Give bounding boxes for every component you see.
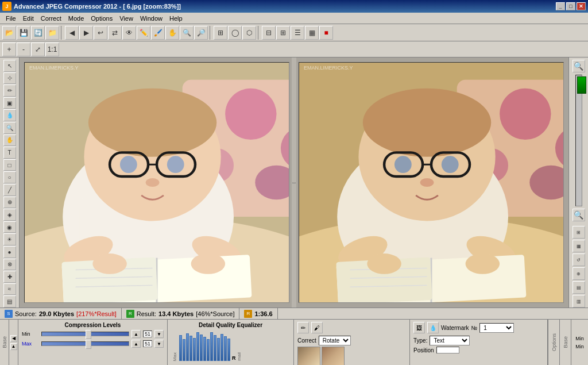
watermark-type-select[interactable]: Text — [430, 336, 470, 345]
tool-blur[interactable]: ◉ — [3, 221, 16, 233]
tool-dodge[interactable]: ☀ — [3, 233, 16, 245]
zoom-in-button[interactable]: + — [2, 43, 16, 56]
tool-pen[interactable]: ✏ — [3, 84, 16, 97]
slider-min-up[interactable]: ▲ — [131, 330, 141, 338]
zoom2-button[interactable]: 🔎 — [194, 26, 208, 40]
open-button[interactable]: 📂 — [2, 26, 16, 40]
split-v-button[interactable]: ⊟ — [262, 26, 276, 40]
slider-max-track[interactable] — [41, 341, 129, 346]
tool-clone[interactable]: ⊗ — [3, 259, 16, 271]
tool-r6[interactable]: ▥ — [572, 295, 585, 308]
tool-gradient[interactable]: ▤ — [3, 295, 16, 308]
thumb-2[interactable] — [322, 347, 345, 365]
eye-button[interactable]: 👁 — [122, 26, 136, 40]
eq-bar-13[interactable] — [220, 334, 223, 361]
tool-r5[interactable]: ▤ — [572, 281, 585, 294]
zoom-out-right[interactable]: 🔍 — [572, 209, 585, 221]
tool-heal[interactable]: ✚ — [3, 271, 16, 283]
zoom-out-button[interactable]: - — [17, 43, 30, 56]
slider-max-thumb[interactable] — [86, 340, 91, 349]
tool-r4[interactable]: ⊕ — [572, 267, 585, 280]
fit-button[interactable]: ⤢ — [31, 43, 45, 56]
eq-bar-2[interactable] — [183, 339, 185, 361]
tool-burn[interactable]: ● — [3, 246, 16, 258]
actual-size-button[interactable]: 1:1 — [45, 43, 59, 56]
slider-max-up[interactable]: ▲ — [131, 340, 141, 348]
eq-bar-14[interactable] — [224, 336, 227, 361]
next-button[interactable]: ▶ — [79, 26, 93, 40]
eq-bar-9[interactable] — [207, 339, 210, 361]
layout-button[interactable]: ▦ — [305, 26, 319, 40]
correct-tool-btn[interactable]: ✏ — [297, 322, 309, 333]
tool-rect[interactable]: □ — [3, 159, 16, 171]
refresh-button[interactable]: 🔄 — [31, 26, 45, 40]
menu-help[interactable]: Help — [166, 14, 186, 23]
menu-view[interactable]: View — [116, 14, 137, 23]
tool-eyedrop[interactable]: 💧 — [3, 109, 16, 121]
slider-min-down[interactable]: ▼ — [154, 330, 164, 338]
tool-r2[interactable]: ▦ — [572, 240, 585, 252]
folder-button[interactable]: 📁 — [45, 26, 59, 40]
correct-rotate-select[interactable]: Rotate — [319, 336, 351, 345]
watermark-icon1[interactable]: 🖼 — [413, 322, 425, 333]
flip-button[interactable]: ⇄ — [108, 26, 122, 40]
tool-warp[interactable]: ≈ — [3, 283, 16, 295]
eq-bar-5[interactable] — [193, 338, 196, 361]
tool-select[interactable]: ↖ — [3, 60, 16, 72]
eq-bar-7[interactable] — [200, 335, 203, 361]
tool-crop[interactable]: ⊹ — [3, 72, 16, 84]
rotate-button[interactable]: ↩ — [94, 26, 107, 40]
tool-bucket[interactable]: ▣ — [3, 97, 16, 109]
tool-ellipse[interactable]: ○ — [3, 171, 16, 183]
slider-min-track[interactable] — [41, 332, 129, 336]
edit-button[interactable]: ✏️ — [137, 26, 150, 40]
tool-sharpen[interactable]: ◈ — [3, 209, 16, 221]
prev-button[interactable]: ◀ — [65, 26, 79, 40]
columns-button[interactable]: ☰ — [291, 26, 304, 40]
close-button[interactable]: ✕ — [577, 2, 586, 10]
menu-options[interactable]: Options — [87, 14, 116, 23]
eq-bar-12[interactable] — [217, 338, 220, 361]
menu-correct[interactable]: Correct — [37, 14, 65, 23]
maximize-button[interactable]: □ — [566, 2, 575, 10]
split-h-button[interactable]: ⊞ — [276, 26, 290, 40]
minimize-button[interactable]: _ — [556, 2, 565, 10]
paint-button[interactable]: 🖌️ — [151, 26, 165, 40]
eq-bar-1[interactable] — [179, 335, 182, 361]
tool-adjust[interactable]: ⊕ — [3, 197, 16, 209]
eq-bar-6[interactable] — [196, 332, 199, 361]
tool-hand[interactable]: ✋ — [3, 135, 16, 147]
menu-edit[interactable]: Edit — [20, 14, 37, 23]
red-button[interactable]: ■ — [319, 26, 333, 40]
position-input[interactable] — [436, 347, 459, 354]
slider-max-down[interactable]: ▼ — [154, 340, 164, 348]
zoom-button[interactable]: 🔍 — [180, 26, 194, 40]
eq-bar-10[interactable] — [210, 332, 213, 361]
save-button[interactable]: 💾 — [17, 26, 30, 40]
zoom-in-right[interactable]: 🔍 — [572, 60, 585, 72]
menu-file[interactable]: File — [2, 14, 20, 23]
tool-r3[interactable]: ↺ — [572, 253, 585, 266]
tool-line[interactable]: ╱ — [3, 184, 16, 196]
tool-text[interactable]: T — [3, 147, 16, 159]
circle-button[interactable]: ◯ — [228, 26, 242, 40]
eq-bar-4[interactable] — [189, 336, 192, 361]
thumb-1[interactable] — [297, 347, 320, 365]
correct-brush-btn[interactable]: 🖌 — [311, 322, 323, 333]
watermark-icon2[interactable]: 💧 — [427, 322, 439, 333]
tool-r1[interactable]: ⊞ — [572, 226, 585, 239]
eq-bar-11[interactable] — [214, 335, 216, 361]
transform-button[interactable]: ⬡ — [242, 26, 256, 40]
hand-button[interactable]: ✋ — [165, 26, 179, 40]
menu-window[interactable]: Window — [137, 14, 166, 23]
slider-min-thumb[interactable] — [86, 330, 91, 339]
grid-button[interactable]: ⊞ — [214, 26, 227, 40]
eq-bar-3[interactable] — [186, 333, 189, 361]
eq-bar-15[interactable] — [227, 339, 230, 361]
menu-mode[interactable]: Mode — [65, 14, 88, 23]
watermark-number-select[interactable]: 1 — [479, 323, 514, 333]
image-divider[interactable]: ↔ — [292, 57, 296, 308]
toggle-btn-2[interactable]: ▲ — [10, 343, 17, 350]
tool-zoom[interactable]: 🔍 — [3, 122, 16, 134]
toggle-btn-1[interactable]: ◀ — [10, 335, 17, 342]
